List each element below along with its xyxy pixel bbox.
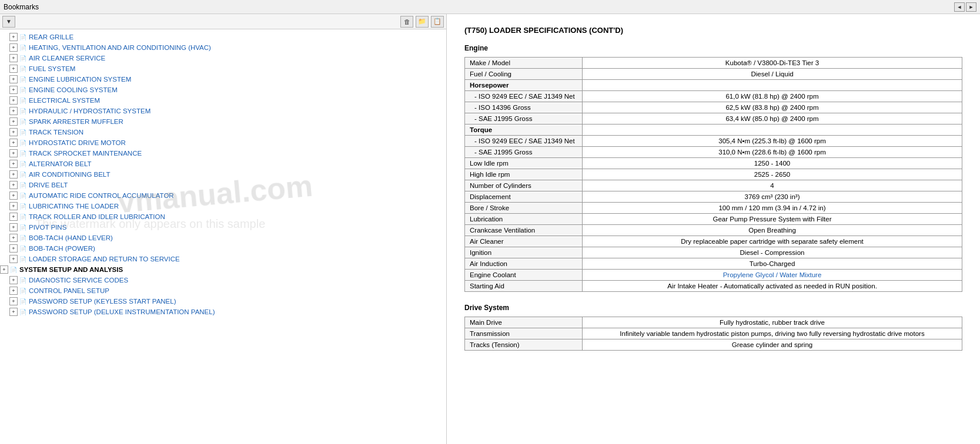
tree-item[interactable]: +📄HYDRAULIC / HYDROSTATIC SYSTEM <box>0 106 446 116</box>
main-layout: ▼ 🗑 📁 📋 +📄REAR GRILLE+📄HEATING, VENTILAT… <box>0 14 980 444</box>
spec-value: 4 <box>583 180 962 191</box>
settings-button[interactable]: 📋 <box>431 16 444 28</box>
tree-item[interactable]: +📄ELECTRICAL SYSTEM <box>0 95 446 106</box>
expand-icon[interactable]: + <box>9 65 18 73</box>
tree-item[interactable]: +📄LUBRICATING THE LOADER <box>0 201 446 211</box>
tree-item[interactable]: +📄TRACK TENSION <box>0 127 446 137</box>
spec-value: 3769 cm³ (230 in³) <box>583 191 962 203</box>
expand-icon[interactable]: + <box>9 33 18 41</box>
expand-icon[interactable]: + <box>9 86 18 94</box>
tree-item[interactable]: +📄SYSTEM SETUP AND ANALYSIS <box>0 264 446 275</box>
tree-item[interactable]: +📄TRACK SPROCKET MAINTENANCE <box>0 148 446 159</box>
bookmark-dropdown[interactable]: ▼ <box>2 16 15 28</box>
spec-value: Open Breathing <box>583 225 962 236</box>
expand-icon[interactable]: + <box>9 308 18 316</box>
nav-next-button[interactable]: ► <box>966 2 976 12</box>
spec-label: Horsepower <box>465 80 583 91</box>
expand-icon[interactable]: + <box>9 107 18 115</box>
spec-value: Dry replaceable paper cartridge with sep… <box>583 236 962 247</box>
tree-item[interactable]: +📄TRACK ROLLER AND IDLER LUBRICATION <box>0 211 446 222</box>
tree-item-label: AIR CLEANER SERVICE <box>29 55 105 62</box>
expand-icon[interactable]: + <box>9 213 18 221</box>
tree-item[interactable]: +📄PIVOT PINS <box>0 222 446 233</box>
expand-icon[interactable]: + <box>0 265 8 274</box>
tree-item[interactable]: +📄AUTOMATIC RIDE CONTROL ACCUMULATOR <box>0 190 446 201</box>
page-icon: 📄 <box>19 65 27 73</box>
page-icon: 📄 <box>19 308 27 316</box>
tree-item[interactable]: +📄ENGINE LUBRICATION SYSTEM <box>0 74 446 85</box>
tree-item[interactable]: +📄HYDROSTATIC DRIVE MOTOR <box>0 137 446 148</box>
delete-button[interactable]: 🗑 <box>400 16 413 28</box>
page-icon: 📄 <box>19 191 27 200</box>
table-row: - SAE J1995 Gross310,0 N•m (228.6 ft-lb)… <box>465 147 962 158</box>
tree-item[interactable]: +📄BOB-TACH (HAND LEVER) <box>0 233 446 243</box>
expand-icon[interactable]: + <box>9 202 18 210</box>
spec-label: Make / Model <box>465 58 583 69</box>
expand-icon[interactable]: + <box>9 139 18 147</box>
new-folder-button[interactable]: 📁 <box>416 16 429 28</box>
expand-icon[interactable]: + <box>9 128 18 136</box>
tree-item[interactable]: +📄ENGINE COOLING SYSTEM <box>0 85 446 95</box>
tree-item-label: BOB-TACH (POWER) <box>29 245 95 252</box>
page-icon: 📄 <box>19 86 27 94</box>
table-row: - SAE J1995 Gross63,4 kW (85.0 hp) @ 240… <box>465 113 962 125</box>
spec-label: Crankcase Ventilation <box>465 225 583 236</box>
spec-label: High Idle rpm <box>465 169 583 180</box>
tree-item[interactable]: +📄SPARK ARRESTER MUFFLER <box>0 116 446 127</box>
expand-icon[interactable]: + <box>9 43 18 52</box>
table-row: IgnitionDiesel - Compression <box>465 247 962 258</box>
expand-icon[interactable]: + <box>9 96 18 105</box>
tree-item[interactable]: +📄AIR CONDITIONING BELT <box>0 169 446 180</box>
tree-item[interactable]: +📄DIAGNOSTIC SERVICE CODES <box>0 275 446 285</box>
engine-section-title: Engine <box>464 44 962 52</box>
tree-container[interactable]: +📄REAR GRILLE+📄HEATING, VENTILATION AND … <box>0 29 446 444</box>
tree-item[interactable]: +📄PASSWORD SETUP (DELUXE INSTRUMENTATION… <box>0 307 446 317</box>
drive-spec-table: Main DriveFully hydrostatic, rubber trac… <box>464 317 962 351</box>
expand-icon[interactable]: + <box>9 287 18 295</box>
expand-icon[interactable]: + <box>9 191 18 200</box>
left-panel: ▼ 🗑 📁 📋 +📄REAR GRILLE+📄HEATING, VENTILAT… <box>0 14 447 444</box>
tree-item[interactable]: +📄PASSWORD SETUP (KEYLESS START PANEL) <box>0 296 446 307</box>
spec-value: Gear Pump Pressure System with Filter <box>583 214 962 225</box>
table-row: Engine CoolantPropylene Glycol / Water M… <box>465 270 962 281</box>
expand-icon[interactable]: + <box>9 117 18 126</box>
expand-icon[interactable]: + <box>9 297 18 305</box>
tree-item[interactable]: +📄HEATING, VENTILATION AND AIR CONDITION… <box>0 42 446 53</box>
spec-label: Transmission <box>465 328 583 339</box>
bookmarks-title: Bookmarks <box>4 3 39 11</box>
tree-item[interactable]: +📄ALTERNATOR BELT <box>0 159 446 169</box>
tree-item[interactable]: +📄AIR CLEANER SERVICE <box>0 53 446 63</box>
table-row: Crankcase VentilationOpen Breathing <box>465 225 962 236</box>
table-row: LubricationGear Pump Pressure System wit… <box>465 214 962 225</box>
tree-item[interactable]: +📄DRIVE BELT <box>0 180 446 190</box>
tree-item-label: PASSWORD SETUP (DELUXE INSTRUMENTATION P… <box>29 308 215 315</box>
expand-icon[interactable]: + <box>9 75 18 83</box>
expand-icon[interactable]: + <box>9 149 18 157</box>
spec-value <box>583 125 962 136</box>
spec-label: Starting Aid <box>465 281 583 292</box>
tree-item[interactable]: +📄FUEL SYSTEM <box>0 63 446 74</box>
spec-sublabel: - ISO 9249 EEC / SAE J1349 Net <box>465 91 583 102</box>
expand-icon[interactable]: + <box>9 244 18 253</box>
expand-icon[interactable]: + <box>9 170 18 179</box>
expand-icon[interactable]: + <box>9 181 18 189</box>
expand-icon[interactable]: + <box>9 276 18 284</box>
tree-item[interactable]: +📄REAR GRILLE <box>0 32 446 42</box>
tree-item[interactable]: +📄BOB-TACH (POWER) <box>0 243 446 254</box>
spec-sublabel: - SAE J1995 Gross <box>465 113 583 125</box>
tree-item[interactable]: +📄LOADER STORAGE AND RETURN TO SERVICE <box>0 254 446 264</box>
nav-prev-button[interactable]: ◄ <box>954 2 965 12</box>
table-row: Make / ModelKubota® / V3800-Di-TE3 Tier … <box>465 58 962 69</box>
page-icon: 📄 <box>19 297 27 305</box>
expand-icon[interactable]: + <box>9 223 18 231</box>
expand-icon[interactable]: + <box>9 54 18 62</box>
expand-icon[interactable]: + <box>9 255 18 263</box>
spec-subvalue: 61,0 kW (81.8 hp) @ 2400 rpm <box>583 91 962 102</box>
tree-item-label: SPARK ARRESTER MUFFLER <box>29 118 123 125</box>
expand-icon[interactable]: + <box>9 160 18 168</box>
page-icon: 📄 <box>19 213 27 221</box>
table-row: Low Idle rpm1250 - 1400 <box>465 158 962 169</box>
expand-icon[interactable]: + <box>9 234 18 242</box>
spec-value: Turbo-Charged <box>583 258 962 270</box>
tree-item[interactable]: +📄CONTROL PANEL SETUP <box>0 285 446 296</box>
